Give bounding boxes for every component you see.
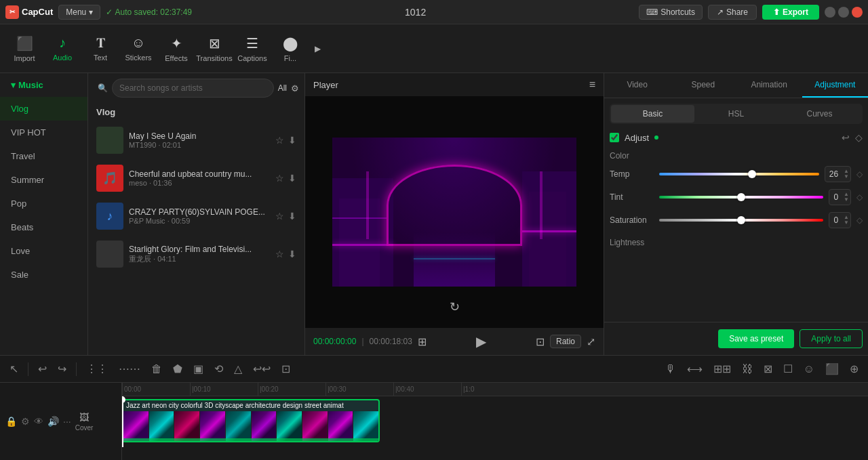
player-menu-button[interactable]: ≡ — [589, 79, 595, 91]
toolbar-item-import[interactable]: ⬛ Import — [5, 27, 43, 70]
sidebar-item-music[interactable]: ▾ Music — [0, 73, 87, 97]
delete-button[interactable]: 🗑 — [147, 360, 166, 378]
track-settings-button[interactable]: ⚙ — [21, 416, 30, 427]
trim-button[interactable]: ⊡ — [277, 360, 294, 378]
zoom-button[interactable]: ⊕ — [846, 360, 863, 378]
audio-btn2[interactable]: ⟷ — [683, 360, 707, 378]
caption-btn2[interactable]: ☐ — [779, 360, 797, 378]
tab-adjustment[interactable]: Adjustment — [802, 73, 868, 98]
fullscreen-button[interactable]: ⤢ — [587, 335, 595, 348]
sidebar-item-love[interactable]: Love — [0, 239, 87, 263]
fit-screen-button[interactable]: ⊡ — [536, 335, 545, 348]
download-button[interactable]: ⬇ — [288, 135, 296, 146]
sub-tab-curves[interactable]: Curves — [778, 105, 861, 123]
favorite-button[interactable]: ☆ — [275, 135, 284, 146]
maximize-button[interactable] — [838, 7, 849, 18]
select-tool-button[interactable]: ↖ — [5, 360, 22, 378]
shortcuts-button[interactable]: ⌨ Shortcuts — [639, 5, 703, 20]
sidebar-item-viphot[interactable]: VIP HOT — [0, 121, 87, 144]
favorite-button[interactable]: ☆ — [275, 211, 284, 222]
group-button[interactable]: ▣ — [189, 360, 208, 378]
temp-slider[interactable] — [659, 173, 819, 175]
sidebar-item-travel[interactable]: Travel — [0, 144, 87, 168]
list-item[interactable]: ♪ CRAZY PARTY(60)SYLVAIN POGE... P&P Mus… — [88, 197, 304, 235]
sidebar-item-vlog[interactable]: Vlog — [0, 97, 87, 121]
download-button[interactable]: ⬇ — [288, 211, 296, 222]
tint-down-button[interactable]: ▼ — [842, 197, 850, 203]
adjust-checkbox[interactable] — [610, 133, 619, 142]
temp-keyframe-button[interactable]: ◇ — [856, 169, 863, 179]
split-button[interactable]: ⋮⋮ — [82, 360, 112, 378]
visibility-button[interactable]: 👁 — [34, 416, 43, 427]
rotate-tl-button[interactable]: ⟲ — [210, 360, 227, 378]
undo-button[interactable]: ↩ — [34, 360, 51, 378]
music-list: May I See U Again MT1990 · 02:01 ☆ ⬇ 🎵 C… — [88, 121, 304, 355]
emoji-button[interactable]: ☺ — [800, 360, 818, 378]
video-clip[interactable]: Jazz art neon city colorful 3D cityscape… — [122, 399, 380, 442]
export-button[interactable]: ⬆ Export — [762, 5, 819, 20]
download-button[interactable]: ⬇ — [288, 249, 296, 259]
ripple-button[interactable]: ⋯⋯ — [115, 360, 144, 378]
mic-button[interactable]: 🎙 — [661, 360, 680, 378]
crop-button[interactable]: ⬟ — [169, 360, 186, 378]
detach-button[interactable]: ↩↩ — [249, 360, 275, 378]
play-button[interactable]: ▶ — [476, 333, 486, 350]
more-button[interactable]: ··· — [63, 416, 71, 427]
toolbar-item-text[interactable]: 𝐓 Text — [81, 27, 119, 70]
cover-button[interactable]: 🖼 Cover — [75, 412, 94, 432]
temp-down-button[interactable]: ▼ — [842, 174, 850, 180]
share-button[interactable]: ↗ Share — [708, 5, 757, 20]
sidebar-item-pop[interactable]: Pop — [0, 192, 87, 215]
audio-btn3[interactable]: ⊞⊞ — [709, 360, 735, 378]
toolbar-item-fi[interactable]: ⬤ Fi... — [271, 27, 309, 70]
toolbar-more-button[interactable]: ▶ — [309, 39, 326, 59]
flip-button[interactable]: △ — [230, 360, 246, 378]
all-filter-button[interactable]: All — [278, 83, 287, 93]
reset-button[interactable]: ↩ — [842, 132, 850, 143]
ratio-button[interactable]: Ratio — [550, 335, 581, 348]
saturation-slider[interactable] — [659, 219, 823, 222]
tint-slider[interactable] — [659, 196, 823, 198]
toolbar-item-stickers[interactable]: ☺ Stickers — [119, 27, 157, 70]
tint-keyframe-button[interactable]: ◇ — [856, 192, 863, 202]
audio-track-button[interactable]: 🔊 — [47, 416, 59, 427]
list-item[interactable]: Starlight Glory: Film and Televisi... 重龙… — [88, 235, 304, 273]
search-input[interactable] — [112, 79, 274, 98]
tab-speed[interactable]: Speed — [670, 73, 736, 98]
saturation-down-button[interactable]: ▼ — [842, 220, 850, 226]
filter-button[interactable]: ⚙ — [291, 83, 299, 93]
temp-thumb[interactable] — [748, 170, 756, 178]
saturation-keyframe-button[interactable]: ◇ — [856, 215, 863, 225]
mask-button[interactable]: ⬛ — [821, 360, 843, 378]
align-button[interactable]: ⊠ — [760, 360, 776, 378]
sub-tab-hsl[interactable]: HSL — [694, 105, 778, 123]
list-item[interactable]: May I See U Again MT1990 · 02:01 ☆ ⬇ — [88, 121, 304, 159]
rotate-button[interactable]: ↻ — [450, 299, 460, 314]
lock-button[interactable]: 🔒 — [5, 416, 17, 427]
toolbar-item-transitions[interactable]: ⊠ Transitions — [195, 27, 233, 70]
toolbar-item-audio[interactable]: ♪ Audio — [43, 27, 81, 70]
list-item[interactable]: 🎵 Cheerful and upbeat country mu... meso… — [88, 159, 304, 197]
favorite-button[interactable]: ☆ — [275, 173, 284, 184]
diamond-button[interactable]: ◇ — [855, 132, 863, 143]
redo-button[interactable]: ↪ — [54, 360, 71, 378]
sidebar-item-summer[interactable]: Summer — [0, 168, 87, 192]
layout-view-button[interactable]: ⊞ — [418, 335, 427, 348]
sidebar-item-sale[interactable]: Sale — [0, 263, 87, 287]
tab-video[interactable]: Video — [604, 73, 670, 98]
tab-animation[interactable]: Animation — [736, 73, 802, 98]
minimize-button[interactable] — [825, 7, 835, 18]
sub-tab-basic[interactable]: Basic — [611, 105, 694, 123]
favorite-button[interactable]: ☆ — [275, 249, 284, 259]
saturation-thumb[interactable] — [737, 216, 745, 224]
sidebar-item-beats[interactable]: Beats — [0, 215, 87, 239]
toolbar-item-captions[interactable]: ☰ Captions — [233, 27, 271, 70]
link-button[interactable]: ⛓ — [738, 360, 757, 378]
apply-all-button[interactable]: Apply to all — [800, 329, 863, 348]
save-preset-button[interactable]: Save as preset — [718, 329, 794, 348]
menu-button[interactable]: Menu ▾ — [58, 5, 100, 20]
close-button[interactable] — [852, 7, 863, 18]
toolbar-item-effects[interactable]: ✦ Effects — [157, 27, 195, 70]
tint-thumb[interactable] — [737, 193, 745, 201]
download-button[interactable]: ⬇ — [288, 173, 296, 184]
